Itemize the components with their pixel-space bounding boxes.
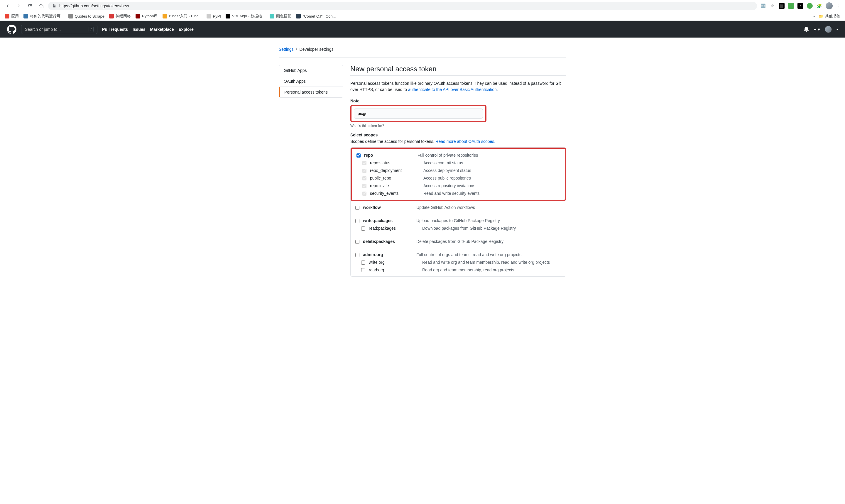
breadcrumb-current: Developer settings [299,47,333,52]
bookmarks-overflow[interactable]: » [813,14,815,18]
url-text: https://github.com/settings/tokens/new [59,3,129,8]
extensions-icon[interactable]: 🧩 [816,3,822,9]
scope-sub-desc: Access public repositories [424,176,560,180]
bookmark-item[interactable]: PyPI [206,14,221,18]
reload-button[interactable] [26,2,34,10]
scope-sub-label: repo:status [370,160,420,165]
scope-desc: Upload packages to GitHub Package Regist… [416,218,561,223]
menu-button[interactable]: ⋮ [836,3,842,9]
user-menu-caret[interactable]: ▾ [837,28,838,31]
scope-checkbox-repo:status[interactable] [362,161,366,165]
add-menu[interactable]: + ▾ [814,27,820,32]
auth-docs-link[interactable]: authenticate to the API over Basic Authe… [408,87,497,92]
sidebar-item-oauth-apps[interactable]: OAuth Apps [279,76,343,87]
scope-checkbox-admin:org[interactable] [355,253,359,257]
forward-button[interactable] [15,2,23,10]
bookmark-item[interactable]: Binder入门 - Bind... [163,14,202,19]
scope-checkbox-write:org[interactable] [361,260,365,265]
nav-link-marketplace[interactable]: Marketplace [150,27,174,32]
scope-sub-desc: Read and write org and team membership, … [422,260,561,265]
scope-sub-desc: Download packages from GitHub Package Re… [422,226,561,231]
sidebar-item-github-apps[interactable]: GitHub Apps [279,65,343,76]
scope-group-admin-org: admin:org Full control of orgs and teams… [350,248,566,276]
scope-group-write-packages: write:packages Upload packages to GitHub… [350,214,566,235]
scope-checkbox-write:packages[interactable] [355,219,359,223]
translate-icon[interactable]: 🔤 [760,3,766,9]
scope-label: workflow [363,205,413,210]
scope-sub-desc: Access commit status [424,160,560,165]
scope-checkbox-repo:invite[interactable] [362,184,366,188]
scope-sub-label: write:org [369,260,419,265]
scope-checkbox-repo_deployment[interactable] [362,169,366,173]
bookmark-item[interactable]: 神经网络 [109,14,131,19]
user-avatar[interactable] [825,26,832,33]
scopes-heading: Select scopes [350,132,566,137]
note-form-group: Note What's this token for? [350,98,566,128]
github-search[interactable]: Search or jump to... / [21,25,97,34]
bookmark-item[interactable]: 应用 [5,14,19,19]
bookmark-favicon [270,14,274,18]
scope-group-repo: repo Full control of private repositorie… [350,147,566,201]
scope-checkbox-security_events[interactable] [362,192,366,196]
note-input[interactable] [354,109,483,119]
nav-link-explore[interactable]: Explore [178,27,193,32]
note-highlight [350,105,486,122]
bookmark-item[interactable]: Quotes to Scrape [68,14,105,18]
scope-sub-label: repo_deployment [370,168,420,173]
scope-checkbox-repo[interactable] [357,154,361,158]
scope-group-delete-packages: delete:packages Delete packages from Git… [350,235,566,248]
scope-desc: Full control of orgs and teams, read and… [416,252,561,257]
scopes-box: repo Full control of private repositorie… [350,147,566,277]
extension-icon-4[interactable] [807,3,813,9]
github-logo-icon[interactable] [7,25,16,34]
bookmark-item[interactable]: VisuAlgo - 数据结... [226,14,265,19]
extension-icon-1[interactable]: ⬛ [779,3,785,9]
browser-chrome: https://github.com/settings/tokens/new 🔤… [0,0,845,21]
github-header: Search or jump to... / Pull requestsIssu… [0,21,845,38]
scopes-docs-link[interactable]: Read more about OAuth scopes. [435,139,495,144]
scope-group-workflow: workflow Update GitHub Action workflows [350,201,566,214]
scope-checkbox-delete:packages[interactable] [355,240,359,244]
scope-sub-label: public_repo [370,176,420,180]
scope-label: admin:org [363,252,413,257]
breadcrumb-settings-link[interactable]: Settings [279,47,294,52]
bookmark-favicon [136,14,140,18]
sidebar-item-personal-access-tokens[interactable]: Personal access tokens [279,87,343,97]
extension-icon-2[interactable] [788,3,794,9]
breadcrumb: Settings / Developer settings [279,44,566,58]
scopes-section: Select scopes Scopes define the access f… [350,132,566,277]
scope-checkbox-read:org[interactable] [361,268,365,272]
nav-link-pull-requests[interactable]: Pull requests [102,27,128,32]
bookmark-item[interactable]: 颜色搭配 [270,14,291,19]
bell-icon[interactable] [804,27,809,32]
scope-checkbox-read:packages[interactable] [361,227,365,231]
scope-desc: Update GitHub Action workflows [416,205,561,210]
bookmark-item[interactable]: "Comet OJ" | Con... [296,14,336,18]
slash-key-hint: / [89,27,94,32]
scope-desc: Delete packages from GitHub Package Regi… [416,239,561,244]
scope-desc: Full control of private repositories [417,153,560,158]
nav-link-issues[interactable]: Issues [132,27,145,32]
other-bookmarks-folder[interactable]: 📁其他书签 [819,14,840,19]
bookmarks-bar: 应用将你的代码运行可...Quotes to Scrape神经网络Python库… [0,12,845,21]
browser-toolbar: https://github.com/settings/tokens/new 🔤… [0,0,845,12]
scopes-intro: Scopes define the access for personal to… [350,139,566,144]
scope-sub-desc: Access repository invitations [424,183,560,188]
scope-sub-label: read:packages [369,226,419,231]
profile-avatar[interactable] [826,2,833,10]
back-button[interactable] [3,2,12,10]
star-icon[interactable]: ☆ [769,3,775,9]
bookmark-item[interactable]: 将你的代码运行可... [23,14,64,19]
scope-label: write:packages [363,218,413,223]
scope-checkbox-public_repo[interactable] [362,176,366,180]
scope-sub-desc: Read and write security events [424,191,560,196]
home-button[interactable] [37,2,45,10]
bookmark-item[interactable]: Python库 [136,14,158,19]
toolbar-right: 🔤 ☆ ⬛ X 🧩 ⋮ [760,2,842,10]
extension-icon-3[interactable]: X [797,3,803,9]
scope-label: repo [364,153,414,158]
note-hint: What's this token for? [350,124,566,128]
scope-checkbox-workflow[interactable] [355,206,359,210]
url-bar[interactable]: https://github.com/settings/tokens/new [48,2,757,10]
bookmark-favicon [5,14,10,18]
